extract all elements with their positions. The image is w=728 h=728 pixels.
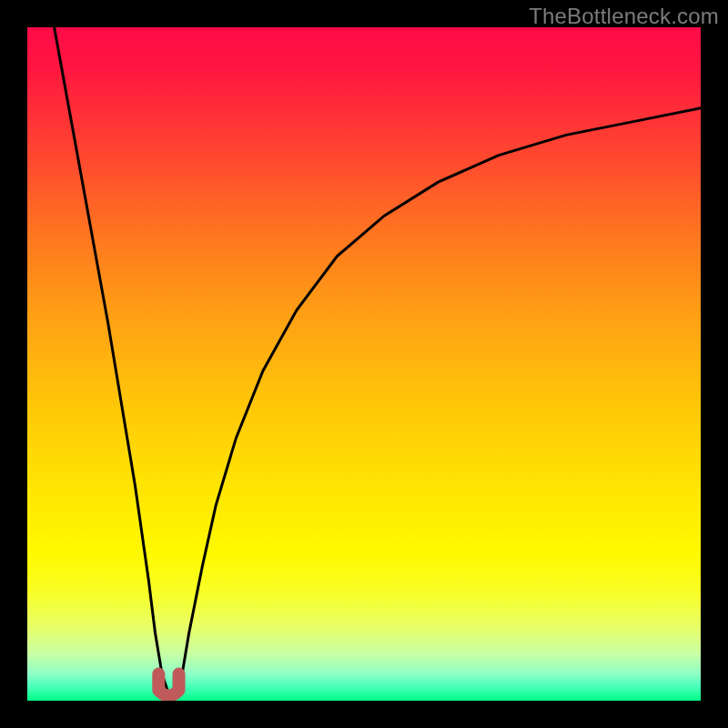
- watermark-text: TheBottleneck.com: [529, 4, 719, 29]
- plot-area: [27, 27, 701, 701]
- bottleneck-curve: [55, 27, 701, 694]
- outer-frame: TheBottleneck.com: [0, 0, 728, 728]
- optimal-marker: [158, 674, 178, 696]
- curve-layer: [27, 27, 701, 701]
